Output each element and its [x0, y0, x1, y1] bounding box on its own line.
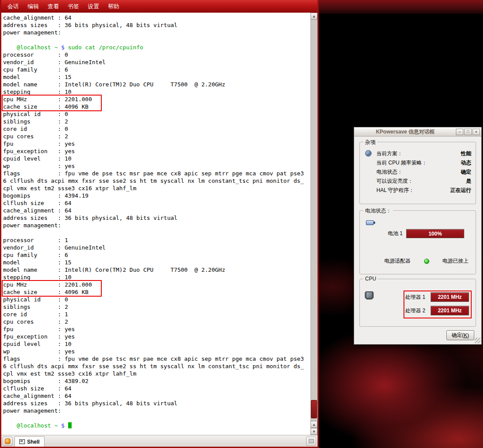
dialog-titlebar[interactable]: KPowersave 信息对话框 – □ ×	[354, 127, 481, 137]
cpu-rows: 处理器 12201 MHz处理器 22201 MHz	[405, 292, 475, 315]
info-label: HAL 守护程序：	[376, 187, 414, 194]
ok-button-accel: K	[464, 332, 467, 339]
cpu-progressbar: 2201 MHz	[431, 292, 469, 302]
ok-button[interactable]: 确定(K)	[446, 330, 474, 340]
terminal-line: model name : Intel(R) Core(TM)2 Duo CPU …	[3, 266, 310, 274]
cpu-label: 处理器 1	[405, 294, 428, 301]
terminal-icon	[19, 439, 25, 444]
new-session-button[interactable]	[3, 437, 13, 446]
terminal-line: flags : fpu vme de pse tsc msr pae mce c…	[3, 170, 310, 177]
menu-item-4[interactable]: 设置	[83, 1, 104, 12]
terminal-line: vendor_id : GenuineIntel	[3, 58, 310, 66]
groupbox-battery-legend: 电池状态：	[363, 207, 393, 215]
scrollbar-thumb[interactable]	[311, 400, 317, 418]
terminal-line: model name : Intel(R) Core(TM)2 Duo CPU …	[3, 81, 310, 88]
terminal-line: stepping : 10	[3, 274, 310, 281]
groupbox-misc-legend: 杂项	[363, 139, 377, 146]
terminal-line: stepping : 10	[3, 88, 310, 96]
cpu-row-1: 处理器 12201 MHz	[405, 292, 475, 302]
info-row: 当前方案：性能	[376, 149, 471, 158]
info-label: 当前方案：	[376, 150, 403, 157]
terminal-line: cpu MHz : 2201.000	[3, 281, 310, 288]
info-row: 电池状态：确定	[376, 168, 471, 177]
terminal-scrollbar[interactable]: ▲ ▲ ▼	[310, 13, 317, 435]
terminal-line: wp : yes	[3, 348, 310, 355]
terminal-line: core id : 1	[3, 311, 310, 318]
terminal-line: cpu cores : 2	[3, 133, 310, 140]
menu-item-2[interactable]: 查看	[43, 1, 63, 12]
session-list-button[interactable]	[306, 437, 316, 446]
info-value: 确定	[461, 168, 471, 176]
terminal-line: cache size : 4096 KB	[3, 103, 310, 110]
terminal-line: fpu_exception : yes	[3, 147, 310, 155]
terminal-line: core id : 0	[3, 125, 310, 133]
scroll-down-button[interactable]: ▼	[310, 428, 317, 435]
close-button[interactable]: ×	[473, 129, 480, 135]
battery-progressbar: 100%	[406, 229, 464, 238]
adapter-status: 电源已接上	[442, 257, 469, 265]
terminal-line: vendor_id : GenuineIntel	[3, 244, 310, 251]
scroll-up-button-bottom[interactable]: ▲	[310, 421, 317, 428]
terminal-line: fpu : yes	[3, 325, 310, 333]
tab-shell[interactable]: Shell	[14, 436, 45, 447]
terminal-line: bogomips : 4389.02	[3, 377, 310, 385]
terminal-prompt-line: @localhost ~ $ sudo cat /proc/cpuinfo	[3, 44, 310, 51]
info-value: 性能	[461, 150, 471, 157]
resize-grip[interactable]	[475, 338, 480, 343]
terminal-line: cache_alignment : 64	[3, 392, 310, 400]
terminal-line: cpu family : 6	[3, 251, 310, 259]
misc-rows: 当前方案：性能当前 CPU 频率策略：动态电池状态：确定可以设定亮度：是HAL …	[376, 149, 471, 195]
ok-button-label: 确定(	[452, 332, 464, 339]
menu-item-5[interactable]: 帮助	[104, 1, 124, 12]
video-frame-top	[319, 0, 483, 14]
session-list-icon	[309, 439, 314, 443]
minimize-button[interactable]: –	[456, 129, 463, 135]
terminal-line: 6 clflush dts acpi mmx fxsr sse sse2 ss …	[3, 177, 310, 185]
battery-label: 电池 1	[384, 230, 403, 237]
info-label: 电池状态：	[376, 168, 403, 176]
scroll-up-button[interactable]: ▲	[310, 13, 317, 20]
power-led-icon	[424, 259, 429, 264]
terminal-line: address sizes : 36 bits physical, 48 bit…	[3, 214, 310, 222]
terminal-cursor	[68, 422, 72, 428]
menu-items: 会话编辑查看书签设置帮助	[3, 1, 124, 12]
terminal-line: bogomips : 4394.19	[3, 192, 310, 199]
terminal-line: power management:	[3, 407, 310, 414]
terminal-line: model : 15	[3, 73, 310, 81]
konsole-window: 会话编辑查看书签设置帮助 cache_alignment : 64address…	[0, 0, 319, 448]
terminal-line: cpuid level : 10	[3, 155, 310, 162]
terminal-line: physical id : 0	[3, 296, 310, 303]
new-session-icon	[5, 438, 10, 444]
terminal-line: cpu family : 6	[3, 66, 310, 73]
cpu-label: 处理器 2	[405, 307, 428, 315]
menu-item-1[interactable]: 编辑	[23, 1, 43, 12]
maximize-button[interactable]: □	[464, 129, 472, 135]
button-row: 确定(K)	[359, 330, 476, 340]
terminal-line: cpl vmx est tm2 ssse3 cx16 xtpr lahf_lm	[3, 185, 310, 192]
terminal-output[interactable]: cache_alignment : 64address sizes : 36 b…	[1, 13, 310, 435]
dialog-body: 杂项 当前方案：性能当前 CPU 频率策略：动态电池状态：确定可以设定亮度：是H…	[354, 137, 481, 344]
groupbox-cpu-legend: CPU	[363, 276, 378, 282]
groupbox-misc: 杂项 当前方案：性能当前 CPU 频率策略：动态电池状态：确定可以设定亮度：是H…	[359, 142, 476, 204]
terminal-line: cpu MHz : 2201.000	[3, 96, 310, 103]
terminal-line	[3, 229, 310, 236]
info-label: 可以设定亮度：	[376, 178, 413, 185]
info-row: HAL 守护程序：正在运行	[376, 186, 471, 195]
terminal-line: clflush size : 64	[3, 199, 310, 207]
terminal-line: address sizes : 36 bits physical, 48 bit…	[3, 21, 310, 29]
battery-icon	[366, 220, 374, 225]
info-row: 可以设定亮度：是	[376, 177, 471, 186]
groupbox-battery: 电池状态： 电池 1 100% 电源适配器 电源已接上	[359, 210, 476, 274]
terminal-line: model : 15	[3, 259, 310, 266]
menu-item-0[interactable]: 会话	[3, 1, 23, 12]
terminal-line: physical id : 0	[3, 110, 310, 118]
terminal-line: siblings : 2	[3, 118, 310, 125]
terminal-line: power management:	[3, 222, 310, 229]
terminal-line: processor : 1	[3, 236, 310, 244]
battery-row: 电池 1 100%	[384, 229, 469, 238]
tab-label: Shell	[27, 439, 40, 445]
groupbox-cpu: CPU 处理器 12201 MHz处理器 22201 MHz	[359, 279, 476, 327]
cpu-row-2: 处理器 22201 MHz	[405, 306, 475, 315]
menu-item-3[interactable]: 书签	[63, 1, 83, 12]
terminal-line: address sizes : 36 bits physical, 48 bit…	[3, 400, 310, 407]
